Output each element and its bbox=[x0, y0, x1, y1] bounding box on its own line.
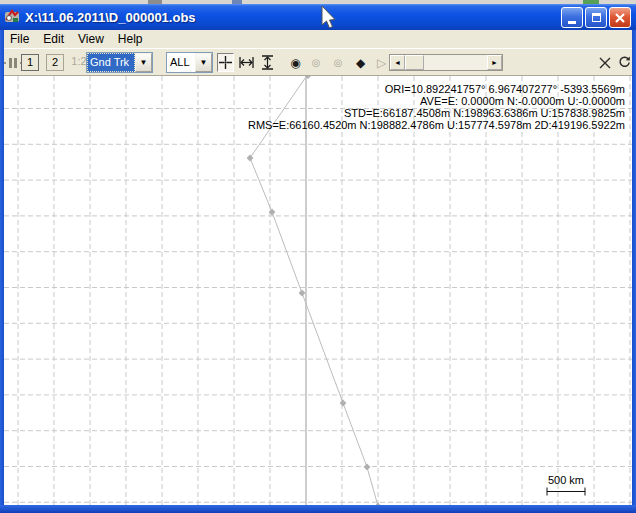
close-button[interactable] bbox=[609, 7, 631, 28]
horizontal-arrows-icon bbox=[239, 57, 254, 68]
marker-style-button[interactable]: ◆ bbox=[352, 53, 369, 72]
view-2-button[interactable]: 2 bbox=[46, 54, 64, 71]
ring-1-button[interactable]: ◎ bbox=[309, 53, 323, 72]
stat-ori: ORI=10.892241757° 6.967407277° -5393.556… bbox=[248, 83, 625, 95]
scroll-right-icon: ► bbox=[491, 59, 498, 66]
clear-button[interactable] bbox=[596, 53, 613, 72]
plot-mode-value: Gnd Trk bbox=[87, 53, 135, 72]
center-target-button[interactable]: ◉ bbox=[287, 53, 304, 72]
target-icon: ◉ bbox=[290, 56, 300, 70]
diamond-icon: ◆ bbox=[356, 56, 365, 70]
zoom-vertical-button[interactable] bbox=[258, 53, 276, 72]
window-border bbox=[632, 30, 636, 513]
minimize-button[interactable] bbox=[561, 7, 583, 28]
satellite-filter-select[interactable]: ALL ▼ bbox=[166, 52, 213, 73]
refresh-button[interactable] bbox=[616, 53, 633, 72]
crosshair-icon bbox=[219, 56, 232, 69]
zoom-horizontal-button[interactable] bbox=[237, 53, 255, 72]
title-bar[interactable]: X:\11.06.2011\D_000001.obs bbox=[0, 4, 636, 30]
ground-track-canvas[interactable] bbox=[4, 76, 632, 505]
scale-bar: 500 km bbox=[542, 474, 590, 498]
play-icon: ▷ bbox=[377, 56, 386, 70]
chevron-down-icon[interactable]: ▼ bbox=[135, 53, 152, 72]
menu-help[interactable]: Help bbox=[111, 30, 150, 48]
crosshair-tool-button[interactable] bbox=[217, 53, 234, 72]
stat-rms: RMS=E:66160.4520m N:198882.4786m U:15777… bbox=[248, 119, 625, 131]
play-button[interactable]: ▷ bbox=[374, 53, 389, 72]
app-window: { "window": { "title": "X:\\11.06.2011\\… bbox=[0, 0, 636, 513]
menu-view[interactable]: View bbox=[71, 30, 111, 48]
minimize-icon bbox=[568, 21, 576, 24]
close-icon bbox=[614, 12, 626, 24]
vertical-arrows-icon bbox=[262, 55, 273, 70]
plot-mode-select[interactable]: Gnd Trk ▼ bbox=[86, 52, 153, 73]
chevron-down-icon[interactable]: ▼ bbox=[195, 53, 212, 72]
scale-bar-label: 500 km bbox=[542, 474, 590, 486]
window-border bbox=[0, 30, 4, 513]
menu-file[interactable]: File bbox=[3, 30, 36, 48]
window-title: X:\11.06.2011\D_000001.obs bbox=[25, 10, 196, 25]
statistics-readout: ORI=10.892241757° 6.967407277° -5393.556… bbox=[248, 83, 625, 131]
ring-icon: ◎ bbox=[334, 57, 343, 68]
menu-edit[interactable]: Edit bbox=[36, 30, 71, 48]
epoch-scrollbar[interactable]: ◄ ► bbox=[389, 54, 503, 71]
ring-2-button[interactable]: ◎ bbox=[331, 53, 345, 72]
scale-bar-line bbox=[544, 487, 588, 496]
refresh-icon bbox=[618, 56, 631, 69]
maximize-button[interactable] bbox=[585, 7, 607, 28]
stat-std: STD=E:66187.4508m N:198963.6386m U:15783… bbox=[248, 107, 625, 119]
window-border bbox=[0, 505, 636, 513]
scroll-left-button[interactable]: ◄ bbox=[390, 55, 405, 70]
view-1-button[interactable]: 1 bbox=[21, 54, 39, 71]
scroll-right-button[interactable]: ► bbox=[487, 55, 502, 70]
satellite-filter-value: ALL bbox=[167, 53, 195, 72]
mouse-cursor bbox=[319, 5, 339, 33]
toolbar: 1 2 1:2 Gnd Trk ▼ ALL ▼ bbox=[0, 49, 636, 76]
maximize-icon bbox=[592, 13, 601, 22]
scrollbar-thumb[interactable] bbox=[405, 55, 424, 70]
ring-icon: ◎ bbox=[312, 57, 321, 68]
close-x-icon bbox=[599, 57, 611, 69]
app-icon bbox=[4, 9, 20, 25]
stat-ave: AVE=E: 0.0000m N:-0.0000m U:-0.0000m bbox=[248, 95, 625, 107]
plot-area[interactable]: ORI=10.892241757° 6.967407277° -5393.556… bbox=[4, 76, 632, 505]
menu-bar: File Edit View Help bbox=[0, 30, 636, 49]
scroll-left-icon: ◄ bbox=[394, 59, 401, 66]
